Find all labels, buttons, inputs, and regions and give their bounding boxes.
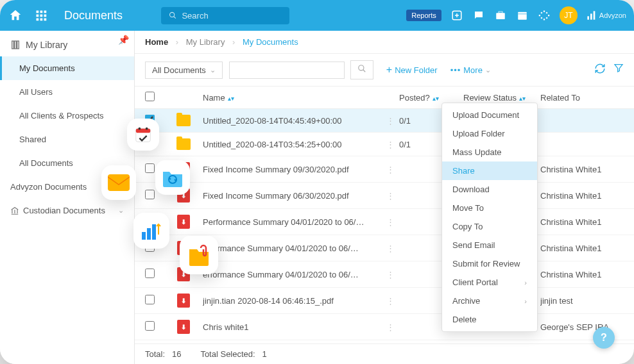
pdf-icon: ⬇ xyxy=(177,320,190,334)
search-input[interactable] xyxy=(182,11,282,21)
calendar-widget-icon xyxy=(127,119,159,151)
select-all-checkbox[interactable] xyxy=(145,92,155,101)
table-row[interactable]: ⬇Chris white1⋮George's SEP IRA xyxy=(135,314,634,340)
more-button[interactable]: •••More⌄ xyxy=(450,65,491,75)
row-actions-icon[interactable]: ⋮ xyxy=(386,217,399,227)
sidebar-item-all-users[interactable]: All Users xyxy=(0,80,134,104)
pin-icon[interactable]: 📌 xyxy=(118,35,129,45)
main-panel: Home › My Library › My Documents All Doc… xyxy=(135,31,634,364)
row-actions-icon[interactable]: ⋮ xyxy=(386,140,399,149)
row-checkbox[interactable] xyxy=(145,190,155,199)
calendar-icon[interactable] xyxy=(516,9,529,22)
table-row[interactable]: ⬇jinjin.tian 2020-08-14 06:46:15_.pdf⋮ji… xyxy=(135,288,634,314)
table-search[interactable] xyxy=(229,62,345,79)
menu-item-send-email[interactable]: Send Email xyxy=(442,236,537,254)
refresh-icon[interactable] xyxy=(594,63,606,77)
new-folder-button[interactable]: +New Folder xyxy=(386,64,438,76)
breadcrumb-current[interactable]: My Documents xyxy=(243,37,298,47)
table-row[interactable]: Untitled_2020-08-14T03:54:25+00:00⋮0/1 xyxy=(135,133,634,156)
svg-rect-6 xyxy=(37,19,39,21)
svg-point-18 xyxy=(543,14,546,17)
row-checkbox[interactable] xyxy=(145,295,155,304)
add-icon[interactable] xyxy=(450,9,463,22)
search-icon xyxy=(169,11,176,20)
menu-item-share[interactable]: Share xyxy=(442,161,537,180)
column-name[interactable]: Name▴▾ xyxy=(203,93,399,103)
home-icon[interactable] xyxy=(8,8,23,23)
column-related[interactable]: Related To xyxy=(540,93,624,103)
row-related: Christina White1 xyxy=(540,270,624,279)
table-row[interactable]: ⬇Fixed Income Summary 09/30/2020.pdf⋮Chr… xyxy=(135,156,634,183)
library-icon xyxy=(10,40,21,50)
svg-rect-8 xyxy=(44,19,47,21)
avatar[interactable]: JT xyxy=(560,6,578,24)
reports-button[interactable]: Reports xyxy=(406,10,441,21)
menu-item-mass-update[interactable]: Mass Update xyxy=(442,143,537,161)
table-row[interactable]: Untitled_2020-08-14T04:45:49+00:00⋮0/1 xyxy=(135,109,634,133)
row-related: Christina White1 xyxy=(540,191,624,201)
row-actions-icon[interactable]: ⋮ xyxy=(386,296,399,306)
breadcrumb-home[interactable]: Home xyxy=(145,37,168,47)
row-actions-icon[interactable]: ⋮ xyxy=(386,244,399,253)
attachment-folder-icon xyxy=(180,236,218,274)
sidebar-item-my-documents[interactable]: My Documents xyxy=(0,56,134,80)
sidebar-item-all-clients-prospects[interactable]: All Clients & Prospects xyxy=(0,104,134,128)
column-posted[interactable]: Posted?▴▾ xyxy=(399,93,463,103)
table-body: Untitled_2020-08-14T04:45:49+00:00⋮0/1Un… xyxy=(135,109,634,343)
menu-item-move-to[interactable]: Move To xyxy=(442,199,537,217)
gear-icon[interactable] xyxy=(538,9,551,22)
filter-icon[interactable] xyxy=(613,63,624,77)
row-actions-icon[interactable]: ⋮ xyxy=(386,191,399,201)
sidebar-custodian-documents[interactable]: Custodian Documents ⌄ xyxy=(0,199,134,222)
row-checkbox[interactable] xyxy=(145,321,155,331)
filter-select[interactable]: All Documents⌄ xyxy=(145,62,223,79)
menu-item-upload-folder[interactable]: Upload Folder xyxy=(442,124,537,143)
svg-point-30 xyxy=(146,128,148,130)
briefcase-icon[interactable] xyxy=(494,9,507,22)
menu-item-client-portal[interactable]: Client Portal› xyxy=(442,273,537,292)
row-checkbox[interactable] xyxy=(145,163,155,173)
global-search[interactable] xyxy=(161,7,289,24)
row-actions-icon[interactable]: ⋮ xyxy=(386,165,399,174)
row-name: jinjin.tian 2020-08-14 06:46:15_.pdf xyxy=(203,296,386,306)
menu-item-submit-for-review[interactable]: Submit for Review xyxy=(442,254,537,273)
search-icon[interactable] xyxy=(350,60,373,79)
mail-widget-icon xyxy=(101,165,136,200)
sidebar-my-library[interactable]: My Library ⌃ xyxy=(0,31,134,56)
bank-icon xyxy=(10,206,19,215)
pdf-icon: ⬇ xyxy=(177,294,190,308)
svg-rect-28 xyxy=(136,129,151,133)
breadcrumb-library[interactable]: My Library xyxy=(186,37,225,47)
row-name: Chris white1 xyxy=(203,322,386,332)
brand-logo: Advyzon xyxy=(587,11,626,20)
column-review[interactable]: Review Status▴▾ xyxy=(463,93,540,103)
svg-rect-19 xyxy=(587,16,589,19)
svg-point-25 xyxy=(359,65,364,70)
menu-item-archive[interactable]: Archive› xyxy=(442,292,537,310)
row-name: Untitled_2020-08-14T04:45:49+00:00 xyxy=(203,116,386,126)
chat-icon[interactable] xyxy=(472,9,485,22)
row-actions-icon[interactable]: ⋮ xyxy=(386,116,399,126)
row-actions-icon[interactable]: ⋮ xyxy=(386,322,399,332)
table-search-input[interactable] xyxy=(236,65,338,75)
svg-line-26 xyxy=(363,70,366,72)
menu-item-delete[interactable]: Delete xyxy=(442,310,537,329)
table-row[interactable]: ⬇Fixed Income Summary 06/30/2020.pdf⋮Chr… xyxy=(135,183,634,209)
svg-rect-4 xyxy=(40,15,43,17)
row-actions-icon[interactable]: ⋮ xyxy=(386,270,399,279)
apps-icon[interactable] xyxy=(33,8,49,23)
help-button[interactable]: ? xyxy=(593,327,615,349)
menu-item-download[interactable]: Download xyxy=(442,180,537,199)
menu-item-upload-document[interactable]: Upload Document xyxy=(442,106,537,124)
app-window: Documents Reports JT Advyzon 📌 My L xyxy=(0,0,634,364)
row-checkbox[interactable] xyxy=(145,269,155,278)
page-title: Documents xyxy=(64,9,123,22)
row-name: Fixed Income Summary 06/30/2020.pdf xyxy=(203,191,386,201)
sidebar-item-shared[interactable]: Shared xyxy=(0,128,134,151)
row-name: erformance Summary 04/01/2020 to 06/… xyxy=(203,270,386,279)
svg-rect-33 xyxy=(142,232,146,240)
table-row[interactable]: ⬇Performance Summary 04/01/2020 to 06/…⋮… xyxy=(135,209,634,235)
chart-upload-icon xyxy=(133,213,169,249)
menu-item-copy-to[interactable]: Copy To xyxy=(442,217,537,236)
table-header: Name▴▾ Posted?▴▾ Review Status▴▾ Related… xyxy=(135,87,634,109)
